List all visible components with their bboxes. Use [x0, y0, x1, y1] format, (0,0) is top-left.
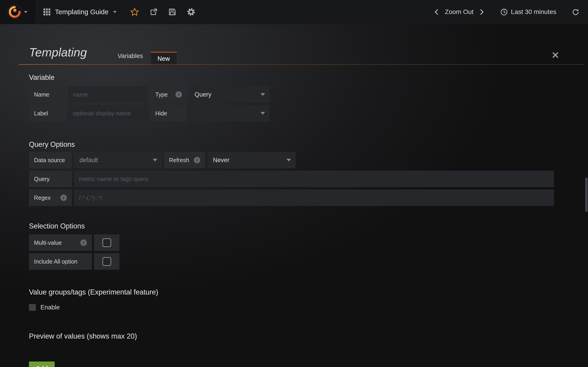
enable-label: Enable: [40, 304, 60, 311]
save-button[interactable]: [163, 0, 182, 24]
type-label: Type: [150, 86, 187, 103]
settings-tabs: Variables New: [110, 52, 177, 65]
include-all-row: Include All option: [29, 253, 588, 270]
share-button[interactable]: [144, 0, 163, 24]
caret-down-icon: [113, 11, 117, 13]
dashboard-title-button[interactable]: Templating Guide: [35, 0, 125, 24]
caret-down-icon: [153, 159, 157, 161]
value-groups-heading: Value groups/tags (Experimental feature): [29, 288, 588, 296]
selection-options-heading: Selection Options: [29, 222, 588, 230]
query-input[interactable]: [74, 171, 554, 187]
multi-value-info-icon[interactable]: [80, 240, 87, 246]
refresh-button[interactable]: [567, 0, 584, 24]
time-controls: Zoom Out Last 30 minutes: [430, 0, 588, 24]
close-icon: [552, 52, 559, 58]
chevron-left-icon: [433, 8, 439, 16]
caret-down-icon: [286, 159, 291, 161]
add-button[interactable]: Add: [29, 361, 55, 367]
datasource-label: Data source: [29, 152, 72, 168]
multi-value-label: Multi-value: [29, 234, 92, 251]
datasource-select-value: default: [79, 157, 98, 164]
checkbox-square: [103, 257, 111, 266]
label-input[interactable]: [68, 105, 148, 122]
include-all-label: Include All option: [29, 253, 92, 270]
navbar: Templating Guide: [0, 0, 588, 24]
time-range-label: Last 30 minutes: [511, 8, 556, 16]
page-title: Templating: [29, 45, 87, 59]
datasource-row: Data source default Refresh Never: [29, 152, 588, 168]
refresh-select-value: Never: [213, 157, 229, 164]
regex-label: Regex: [29, 190, 72, 206]
type-info-icon[interactable]: [175, 91, 182, 98]
variable-label-row: Label Hide: [29, 105, 588, 122]
time-shift-forward-button[interactable]: [475, 0, 489, 24]
caret-down-icon: [260, 112, 265, 115]
multi-value-row: Multi-value: [29, 234, 588, 251]
grafana-logo-icon: [7, 5, 22, 19]
scrollbar-thumb[interactable]: [585, 177, 588, 212]
grafana-menu-button[interactable]: [0, 0, 35, 24]
clock-icon: [501, 8, 508, 16]
label-label: Label: [29, 105, 66, 122]
query-row: Query: [29, 171, 588, 187]
query-label: Query: [29, 171, 72, 187]
regex-row: Regex: [29, 190, 588, 206]
gear-icon: [187, 8, 195, 16]
regex-input[interactable]: [74, 190, 554, 206]
type-label-text: Type: [155, 91, 168, 98]
enable-checkbox[interactable]: [29, 304, 36, 311]
tab-new[interactable]: New: [150, 52, 177, 65]
refresh-label: Refresh: [164, 152, 205, 168]
dashboard-title: Templating Guide: [55, 8, 108, 16]
regex-info-icon[interactable]: [61, 194, 67, 201]
multi-value-checkbox[interactable]: [94, 234, 120, 251]
refresh-label-text: Refresh: [169, 157, 189, 164]
settings-button[interactable]: [182, 0, 200, 24]
enable-row: Enable: [29, 302, 588, 312]
include-all-checkbox[interactable]: [94, 253, 120, 270]
time-shift-back-button[interactable]: [430, 0, 443, 24]
type-select[interactable]: Query: [189, 86, 270, 103]
caret-down-icon: [24, 11, 27, 13]
variable-section-heading: Variable: [29, 73, 588, 82]
name-label: Name: [29, 86, 66, 103]
favorite-button[interactable]: [125, 0, 144, 24]
caret-down-icon: [260, 93, 265, 96]
checkbox-square: [103, 238, 111, 247]
variable-editor-form: Variable Name Type Query Label Hide Quer…: [29, 65, 588, 367]
time-range-picker-button[interactable]: Last 30 minutes: [494, 8, 562, 16]
dashboard-settings-view: Templating Variables New Variable Name T…: [0, 24, 588, 367]
hide-select[interactable]: [189, 105, 270, 122]
query-options-heading: Query Options: [29, 140, 588, 149]
hide-label: Hide: [150, 105, 187, 122]
navbar-spacer: [201, 0, 430, 24]
name-input[interactable]: [68, 86, 148, 103]
close-button[interactable]: [552, 52, 559, 58]
regex-label-text: Regex: [34, 194, 51, 201]
datasource-select[interactable]: default: [74, 152, 162, 168]
dashboard-toolbar: [125, 0, 201, 24]
type-select-value: Query: [195, 91, 212, 98]
preview-heading: Preview of values (shows max 20): [29, 332, 588, 340]
refresh-select[interactable]: Never: [208, 152, 296, 168]
chevron-right-icon: [479, 8, 485, 16]
refresh-icon: [572, 8, 579, 16]
share-icon: [149, 8, 157, 16]
multi-value-label-text: Multi-value: [34, 240, 62, 246]
zoom-out-button[interactable]: Zoom Out: [443, 8, 475, 16]
tab-variables[interactable]: Variables: [110, 52, 150, 65]
save-icon: [168, 8, 176, 16]
dashboard-grid-icon: [43, 8, 50, 15]
refresh-info-icon[interactable]: [194, 157, 200, 163]
variable-name-row: Name Type Query: [29, 86, 588, 103]
page-header: Templating Variables New: [19, 24, 584, 65]
star-icon: [130, 8, 139, 16]
